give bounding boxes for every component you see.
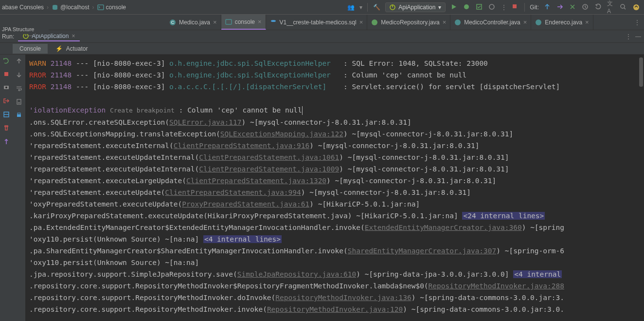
- more-icon[interactable]: ⋮: [33, 32, 38, 38]
- console-tab-row: Console ⚡ Actuator: [0, 43, 644, 55]
- run-config-dropdown[interactable]: ApiApplication ▾: [385, 2, 446, 12]
- chevron-down-icon[interactable]: ▾: [359, 4, 362, 11]
- breadcrumb-item[interactable]: @localhost: [60, 4, 89, 11]
- git-pull-icon[interactable]: [544, 3, 552, 11]
- layout-icon[interactable]: [3, 111, 10, 118]
- breadcrumb-item[interactable]: abase Consoles: [2, 4, 44, 11]
- stop-icon[interactable]: [512, 3, 519, 11]
- source-link[interactable]: ProxyPreparedStatement.java:61: [182, 200, 309, 208]
- source-link[interactable]: ClientPreparedStatement.java:1009: [199, 165, 339, 173]
- jpa-structure-panel[interactable]: JPA Structure ⋮ —: [0, 25, 49, 34]
- users-icon[interactable]: 👥: [347, 3, 355, 11]
- source-link[interactable]: ClientPreparedStatement.java:1061: [199, 153, 339, 161]
- database-icon: [270, 19, 277, 26]
- close-icon[interactable]: ×: [72, 33, 75, 39]
- close-icon[interactable]: ×: [258, 18, 262, 25]
- print-icon[interactable]: [16, 112, 22, 119]
- tab-console[interactable]: console ×: [221, 15, 266, 30]
- up-icon[interactable]: [16, 57, 22, 64]
- source-link[interactable]: SQLExceptionsMapping.java:122: [220, 130, 343, 138]
- minimize-icon[interactable]: —: [27, 32, 33, 38]
- console-icon: [225, 19, 232, 25]
- close-icon[interactable]: ×: [585, 19, 589, 26]
- svg-line-12: [624, 8, 626, 9]
- top-bar: abase Consoles › @localhost › console 👥 …: [0, 0, 644, 15]
- svg-point-11: [621, 4, 625, 8]
- tab-repository[interactable]: MedicoRepository.java ×: [367, 15, 450, 30]
- play-icon[interactable]: [450, 3, 458, 11]
- actuator-tab[interactable]: ⚡ Actuator: [49, 44, 94, 54]
- internal-lines-link[interactable]: <4 internal: [513, 270, 562, 278]
- source-link[interactable]: ExtendedEntityManagerCreator.java:360: [365, 224, 522, 231]
- pin-icon[interactable]: [3, 138, 9, 145]
- source-link[interactable]: RepositoryMethodInvoker.java:120: [267, 305, 403, 313]
- git-branch-icon[interactable]: [569, 3, 577, 11]
- chevron-right-icon: ›: [92, 4, 94, 11]
- history-icon[interactable]: [582, 3, 590, 11]
- close-icon[interactable]: ×: [359, 19, 363, 26]
- svg-point-20: [536, 19, 541, 25]
- rerun-icon[interactable]: [3, 57, 10, 64]
- git-push-icon[interactable]: [556, 3, 564, 11]
- coverage-icon[interactable]: [476, 3, 483, 11]
- source-link[interactable]: RepositoryMethodInvoker.java:136: [275, 294, 411, 302]
- run-gutter-1: [0, 55, 13, 321]
- stop-icon[interactable]: [3, 71, 9, 77]
- down-icon[interactable]: [16, 71, 22, 78]
- git-label: Git:: [530, 4, 539, 11]
- trash-icon[interactable]: [3, 125, 10, 132]
- console-output[interactable]: WARN 21148 --- [nio-8080-exec-3] o.h.eng…: [25, 55, 644, 321]
- hammer-icon[interactable]: 🔨: [373, 3, 380, 11]
- close-icon[interactable]: ×: [523, 19, 527, 26]
- tab-controller[interactable]: MedicoController.java ×: [450, 15, 531, 30]
- actuator-icon: ⚡: [55, 45, 63, 52]
- close-icon[interactable]: ×: [213, 19, 217, 26]
- source-link[interactable]: ClientPreparedStatement.java:916: [174, 142, 309, 150]
- tab-label: MedicoRepository.java: [381, 19, 440, 26]
- source-link[interactable]: ClientPreparedStatement.java:994: [165, 189, 301, 196]
- wrap-icon[interactable]: [16, 85, 22, 92]
- database-icon: [52, 4, 58, 11]
- create-breakpoint-link[interactable]: Create breakpoint: [110, 107, 175, 114]
- bug-icon[interactable]: [463, 3, 471, 11]
- main-content: WARN 21148 --- [nio-8080-exec-3] o.h.eng…: [0, 55, 644, 321]
- rollback-icon[interactable]: [594, 3, 602, 11]
- scroll-icon[interactable]: [16, 98, 22, 105]
- svg-rect-23: [4, 72, 8, 76]
- spring-icon: [371, 19, 378, 26]
- profile-icon[interactable]: [488, 3, 496, 11]
- scrollbar[interactable]: [639, 57, 643, 87]
- settings-icon[interactable]: [632, 3, 640, 11]
- source-link[interactable]: SharedEntityManagerCreator.java:307: [348, 247, 497, 255]
- more-icon[interactable]: ⋮: [626, 33, 631, 40]
- svg-point-13: [633, 4, 639, 10]
- tab-sql[interactable]: V1__creste-table-medicos.sql ×: [266, 15, 368, 30]
- close-icon[interactable]: ×: [443, 19, 447, 26]
- svg-rect-9: [513, 4, 517, 8]
- svg-point-25: [5, 87, 7, 89]
- internal-lines-link[interactable]: <24 internal lines>: [462, 212, 545, 220]
- class-icon: [454, 19, 461, 26]
- source-link[interactable]: SimpleJpaRepository.java:610: [237, 270, 356, 278]
- breadcrumb: abase Consoles › @localhost › console: [0, 4, 126, 11]
- tab-endereco[interactable]: Endereco.java ×: [531, 15, 593, 30]
- more-icon[interactable]: ⋮: [501, 4, 507, 11]
- source-link[interactable]: RepositoryMethodInvoker.java:288: [429, 282, 564, 290]
- toolbar-right: 👥 ▾ 🔨 ApiApplication ▾ ⋮ Git: 文A: [347, 2, 644, 12]
- minimize-icon[interactable]: —: [635, 33, 641, 40]
- translate-icon[interactable]: 文A: [607, 3, 615, 11]
- tab-medico[interactable]: C Medico.java ×: [165, 15, 221, 30]
- tab-label: MedicoController.java: [464, 19, 520, 26]
- camera-icon[interactable]: [3, 84, 10, 91]
- source-link[interactable]: ClientPreparedStatement.java:1320: [186, 177, 326, 185]
- search-icon[interactable]: [620, 3, 627, 11]
- more-icon[interactable]: ⋮: [634, 19, 640, 26]
- source-link[interactable]: SQLError.java:117: [169, 118, 241, 126]
- svg-rect-30: [18, 113, 20, 114]
- class-icon: [535, 19, 542, 26]
- separator: [367, 3, 368, 12]
- exit-icon[interactable]: [3, 97, 10, 104]
- console-tab[interactable]: Console: [13, 44, 48, 54]
- internal-lines-link[interactable]: <4 internal lines>: [203, 235, 282, 243]
- breadcrumb-item[interactable]: console: [106, 4, 126, 11]
